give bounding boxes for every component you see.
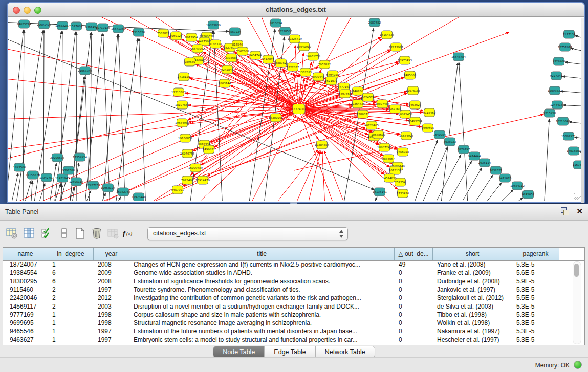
graph-node[interactable]: 13942757 (39, 173, 54, 182)
graph-node[interactable]: 7485063 (404, 71, 417, 79)
graph-node[interactable]: 989650 (185, 58, 195, 66)
network-canvas[interactable]: 2405572420691406106532871527602646616210… (8, 17, 582, 201)
graph-node[interactable]: 11451943 (55, 174, 70, 182)
graph-node[interactable]: 1893506 (13, 163, 26, 171)
graph-node[interactable]: 7386372 (357, 110, 369, 118)
graph-node[interactable]: 9397588 (62, 166, 75, 174)
graph-node[interactable]: 252254 (395, 178, 406, 186)
graph-node[interactable]: 12444154 (550, 101, 564, 109)
graph-node[interactable]: 7955812 (318, 60, 331, 69)
graph-node[interactable]: 10653287 (55, 21, 70, 30)
graph-node[interactable]: 12093832 (548, 86, 562, 95)
graph-node[interactable]: 8813054 (270, 19, 282, 27)
table-selector-dropdown[interactable]: citations_edges.txt (147, 227, 348, 240)
column-header-pagerank[interactable]: pagerank (512, 248, 559, 260)
graph-node[interactable]: 16671355 (111, 25, 125, 33)
network-window[interactable]: citations_edges.txt 24055724206914061065… (7, 2, 585, 203)
graph-node[interactable]: 2935114 (478, 159, 491, 167)
graph-node[interactable]: 9227341 (550, 72, 563, 80)
graph-node[interactable]: 10807487 (375, 100, 389, 108)
graph-node[interactable]: 19166852 (178, 134, 192, 142)
graph-hub-node[interactable]: 18724007 (292, 104, 306, 114)
table-row[interactable]: 1456911722003Disruption of a novel membe… (3, 302, 584, 311)
graph-node[interactable]: 12923448 (132, 193, 146, 201)
graph-node[interactable]: 18640910 (297, 42, 311, 51)
graph-node[interactable]: 10025458 (398, 110, 412, 118)
row-options-icon[interactable] (56, 226, 72, 241)
graph-node[interactable]: 10973493 (398, 56, 412, 64)
graph-node[interactable]: 6497568 (339, 90, 352, 98)
graph-node[interactable]: 17957253 (86, 181, 100, 189)
graph-node[interactable]: 19654982 (175, 119, 189, 127)
graph-node[interactable]: 8960124 (170, 32, 183, 40)
table-header-row[interactable]: namein_degreeyeartitle△ out_de...shortpa… (3, 248, 584, 261)
column-options-icon[interactable] (21, 226, 37, 241)
graph-node[interactable]: 746266 (353, 87, 363, 95)
select-columns-icon[interactable] (39, 226, 54, 241)
graph-node[interactable]: 9242844 (221, 65, 234, 74)
graph-node[interactable]: 10958107 (101, 184, 115, 192)
graph-node[interactable]: 1499822 (203, 145, 215, 154)
graph-node[interactable]: 9457791 (171, 186, 184, 194)
column-header-in-degree[interactable]: in_degree (48, 248, 94, 260)
graph-node[interactable]: 21053346 (78, 67, 92, 75)
graph-node[interactable]: 7625402 (181, 176, 194, 184)
graph-node[interactable]: 12975185 (406, 86, 420, 95)
graph-node[interactable]: 16914479 (195, 176, 210, 184)
tab-network-table[interactable]: Network Table (316, 346, 375, 357)
graph-node[interactable]: 12505115 (69, 178, 83, 186)
graph-node[interactable]: 8990448 (312, 73, 325, 81)
graph-node[interactable]: 2367608 (236, 47, 249, 55)
table-row[interactable]: 946554611997Estimation of the future num… (3, 327, 584, 335)
graph-node[interactable]: 20691406 (37, 20, 51, 29)
graph-node[interactable]: 20364436 (351, 100, 365, 108)
table-row[interactable]: 969969511998Structural magnetic resonanc… (3, 319, 584, 327)
graph-node[interactable]: 15692971 (561, 132, 576, 140)
graph-node[interactable]: 1527602 (70, 22, 83, 30)
graph-node[interactable]: 18107554 (175, 101, 189, 109)
graph-node[interactable]: 17016504 (567, 147, 581, 155)
graph-node[interactable]: 16154838 (380, 31, 394, 39)
graph-node[interactable]: 10688609 (371, 130, 385, 139)
graph-node[interactable]: 16720405 (364, 121, 379, 129)
column-header-out-de-[interactable]: △ out_de... (395, 248, 433, 260)
graph-node[interactable]: 9884067 (382, 155, 395, 163)
graph-node[interactable]: 17359924 (73, 153, 87, 161)
column-header-year[interactable]: year (94, 248, 129, 260)
graph-node[interactable]: 16961758 (306, 52, 320, 60)
graph-node[interactable]: 18807243 (377, 143, 391, 151)
graph-node[interactable]: 10719135 (96, 24, 110, 32)
graph-node[interactable]: 8938923 (444, 138, 456, 146)
graph-node[interactable]: 1621072 (325, 77, 338, 85)
resize-grip[interactable] (574, 193, 581, 200)
graph-node[interactable]: 2803144 (219, 79, 231, 87)
graph-node[interactable]: 1640954 (433, 130, 446, 139)
graph-node[interactable]: 1117134 (563, 30, 576, 38)
graph-node[interactable]: 7515526 (133, 28, 145, 36)
table-row[interactable]: 1938455462009Genome-wide association stu… (3, 269, 584, 277)
network-window-titlebar[interactable]: citations_edges.txt (8, 3, 584, 17)
graph-node[interactable]: 12213987 (389, 43, 403, 51)
graph-node[interactable]: 9474444 (468, 152, 481, 160)
graph-node[interactable]: 16782753 (116, 188, 130, 196)
graph-node[interactable]: 3624574 (362, 93, 375, 101)
graph-node[interactable]: 12213383 (171, 88, 186, 96)
table-row[interactable]: 1830029562008Estimation of significance … (3, 277, 584, 286)
graph-node[interactable]: 10654112 (510, 182, 525, 190)
graph-node[interactable]: 16210643 (556, 117, 570, 125)
graph-node[interactable]: 19384554 (315, 141, 329, 149)
graph-node[interactable]: 16099489 (188, 164, 203, 172)
graph-node[interactable]: 6879197 (458, 145, 470, 154)
delete-column-icon[interactable] (89, 226, 104, 241)
graph-node[interactable]: 9215958 (543, 109, 556, 117)
graph-node[interactable]: 16648784 (451, 53, 466, 61)
graph-node[interactable]: 9146821 (262, 55, 275, 63)
graph-node[interactable]: 1362615 (299, 68, 312, 76)
new-column-icon[interactable] (73, 226, 88, 241)
graph-node[interactable]: 16495784 (408, 117, 422, 125)
graph-node[interactable]: 8186328 (209, 40, 222, 48)
column-header-name[interactable]: name (3, 248, 48, 260)
table-options-icon[interactable] (4, 226, 19, 241)
graph-node[interactable]: 16053809 (206, 21, 221, 29)
graph-node[interactable]: 14136141 (373, 188, 387, 196)
